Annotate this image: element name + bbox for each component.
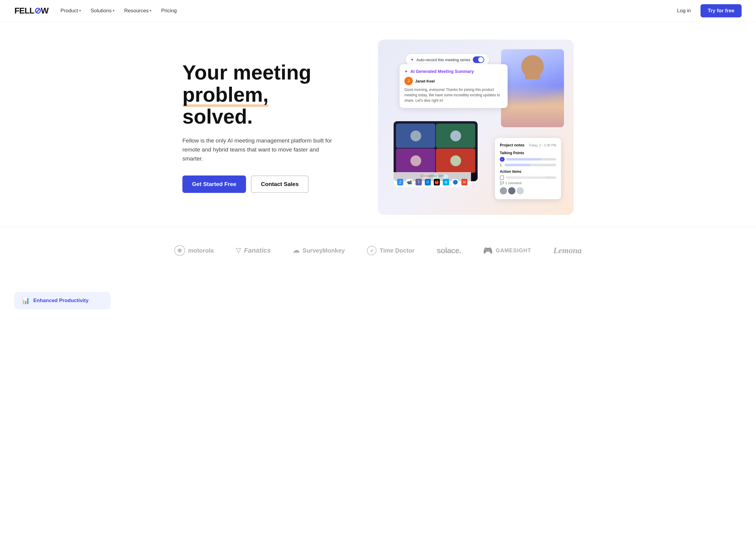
get-started-button[interactable]: Get Started Free (183, 176, 246, 193)
login-button[interactable]: Log in (672, 5, 696, 16)
ai-spark-icon: ✦ (404, 69, 408, 74)
compat-label: Compatible with (397, 174, 467, 178)
nav-links: Product ▾ Solutions ▾ Resources ▾ Pricin… (60, 8, 177, 14)
compat-windows-icon: ⊞ (443, 179, 449, 186)
mockup-container: ✦ Auto-record this meeting series ✦ AI G… (388, 49, 564, 205)
compat-apple-icon: 🍎 (434, 179, 440, 186)
speaker-name: Janet Keel (415, 79, 435, 83)
ai-summary-label: AI Generated Meeting Summary (410, 69, 474, 74)
project-notes-card: Project notes Today, 2 - 2:30 PM Talking… (495, 138, 561, 199)
logo-motorola: ⊗ motorola (174, 245, 214, 256)
project-notes-title: Project notes (500, 143, 524, 147)
hero-title: Your meeting problem, solved. (183, 62, 362, 127)
auto-record-switch[interactable] (473, 57, 484, 63)
enhanced-productivity-label: Enhanced Productivity (33, 298, 88, 304)
logo-timedoctor: ✓ Time Doctor (367, 246, 414, 255)
video-grid (394, 121, 478, 173)
person-photo (501, 49, 564, 127)
talking-point-bar-2 (505, 164, 556, 166)
nav-pricing[interactable]: Pricing (161, 8, 177, 14)
talking-point-number: 1. (500, 163, 503, 167)
logo-fanatics: ▽ Fanatics (236, 247, 271, 254)
hero-buttons: Get Started Free Contact Sales (183, 176, 362, 193)
fanatics-icon: ▽ (236, 247, 241, 254)
video-cell-2 (436, 124, 475, 148)
motorola-label: motorola (188, 247, 214, 254)
hero-subtitle: Fellow is the only AI meeting management… (183, 136, 332, 164)
action-item-bar (506, 177, 556, 179)
video-cell-1 (396, 124, 435, 148)
logos-section: ⊗ motorola ▽ Fanatics ☁ SurveyMonkey ✓ T… (0, 227, 756, 274)
checkbox-icon[interactable] (500, 176, 504, 180)
talking-point-1 (500, 157, 556, 162)
try-free-button[interactable]: Try for free (700, 4, 742, 17)
project-notes-header: Project notes Today, 2 - 2:30 PM (500, 143, 556, 147)
nav-resources[interactable]: Resources ▾ (124, 8, 152, 14)
action-item-1 (500, 176, 556, 180)
chevron-down-icon: ▾ (79, 9, 81, 13)
compat-zoom-icon: Z (397, 179, 403, 186)
avatar-2 (508, 187, 515, 195)
video-cell-4 (436, 149, 475, 173)
fanatics-label: Fanatics (244, 247, 271, 254)
compat-teams-icon: T (416, 179, 422, 186)
enhanced-productivity-badge[interactable]: 📊 Enhanced Productivity (14, 292, 110, 309)
ai-summary-header: ✦ AI Generated Meeting Summary (404, 69, 503, 74)
navbar-left: FELL⊘W Product ▾ Solutions ▾ Resources ▾… (14, 6, 177, 16)
motorola-icon: ⊗ (174, 245, 185, 256)
hero-mockup: ✦ Auto-record this meeting series ✦ AI G… (378, 40, 573, 215)
video-cell-3 (396, 149, 435, 173)
auto-record-toggle: ✦ Auto-record this meeting series (406, 54, 489, 66)
compat-icons: Z 📹 T O 🍎 ⊞ 🔵 M (397, 179, 467, 186)
spark-icon: ✦ (410, 57, 414, 62)
logo-solace: solace. (437, 246, 461, 255)
talking-point-2: 1. (500, 163, 556, 167)
compat-gmeet-icon: 📹 (406, 179, 413, 186)
hero-left: Your meeting problem, solved. Fellow is … (183, 62, 362, 193)
logo[interactable]: FELL⊘W (14, 6, 48, 16)
summary-text: Good morning, everyone! Thanks for joini… (404, 87, 503, 103)
avatar-3 (517, 187, 524, 195)
avatar-1 (500, 187, 507, 195)
logo-gamesight: 🎮 GAMESIGHT (483, 246, 531, 255)
navbar-right: Log in Try for free (672, 4, 742, 17)
chevron-down-icon: ▾ (150, 9, 152, 13)
compat-outlook-icon: O (425, 179, 431, 186)
chevron-down-icon: ▾ (113, 9, 115, 13)
auto-record-label: Auto-record this meeting series (417, 58, 470, 62)
lemona-label: Lemona (553, 246, 582, 255)
hero-section: Your meeting problem, solved. Fellow is … (168, 22, 588, 227)
avatar-speaker: J (404, 77, 413, 85)
logo-lemona: Lemona (553, 246, 582, 255)
navbar: FELL⊘W Product ▾ Solutions ▾ Resources ▾… (0, 0, 756, 22)
gamesight-icon: 🎮 (483, 246, 493, 255)
chart-icon: 📊 (22, 297, 30, 305)
avatar-row: J Janet Keel (404, 77, 503, 85)
project-notes-time: Today, 2 - 2:30 PM (529, 143, 556, 147)
ai-summary-card: ✦ AI Generated Meeting Summary J Janet K… (400, 64, 508, 108)
action-items-label: Action items (500, 170, 556, 174)
nav-solutions[interactable]: Solutions ▾ (91, 8, 115, 14)
surveymonkey-label: SurveyMonkey (303, 247, 345, 254)
talking-points-label: Talking Points (500, 151, 556, 155)
timedoctor-label: Time Doctor (380, 247, 414, 254)
logo-slash: ⊘ (34, 6, 41, 15)
logos-grid: ⊗ motorola ▽ Fanatics ☁ SurveyMonkey ✓ T… (168, 245, 588, 256)
nav-product[interactable]: Product ▾ (60, 8, 81, 14)
contact-sales-button[interactable]: Contact Sales (251, 176, 309, 193)
comment-row: 💬 1 comment (500, 181, 556, 185)
compat-row: Compatible with Z 📹 T O 🍎 ⊞ 🔵 M (394, 172, 471, 187)
gamesight-label: GAMESIGHT (496, 247, 531, 254)
logo-surveymonkey: ☁ SurveyMonkey (293, 247, 345, 254)
surveymonkey-icon: ☁ (293, 247, 300, 254)
comment-emoji: 💬 (500, 181, 504, 185)
compat-gmail-icon: M (461, 179, 467, 186)
project-notes-avatars (500, 187, 556, 195)
bottom-section: 📊 Enhanced Productivity (0, 274, 756, 315)
hero-title-underline: problem, (183, 84, 269, 106)
compat-chrome-icon: 🔵 (452, 179, 458, 186)
solace-label: solace. (437, 246, 461, 255)
logo-text: FELL⊘W (14, 6, 48, 16)
timedoctor-icon: ✓ (367, 246, 376, 255)
talking-point-bar (506, 158, 556, 161)
